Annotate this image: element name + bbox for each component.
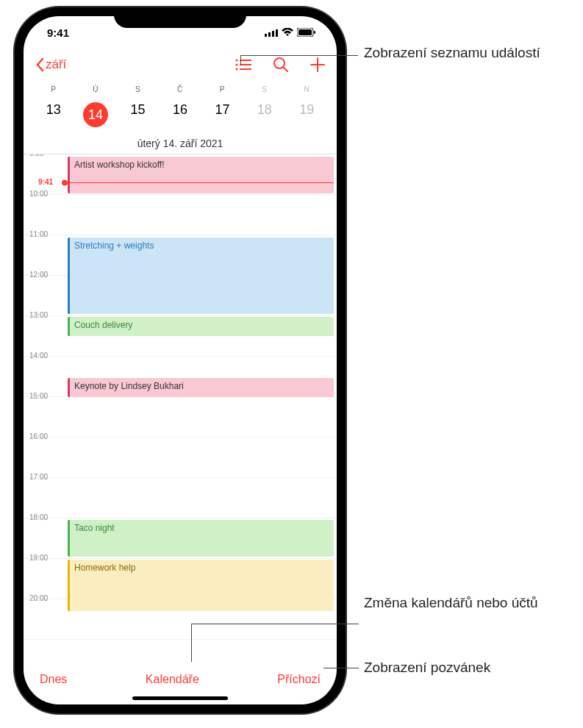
day-button[interactable]: 16 bbox=[159, 98, 201, 132]
calendar-event[interactable]: Keynote by Lindsey Bukhari bbox=[68, 378, 334, 397]
home-indicator[interactable] bbox=[132, 696, 228, 700]
weekday-header: P bbox=[32, 85, 74, 93]
hour-label: 15:00 bbox=[29, 392, 48, 400]
day-button[interactable]: 19 bbox=[286, 98, 328, 132]
battery-icon bbox=[297, 28, 316, 37]
nav-bar: září bbox=[24, 49, 337, 81]
now-time-label: 9:41 bbox=[38, 178, 53, 186]
calendar-event[interactable]: Couch delivery bbox=[68, 317, 334, 336]
hour-label: 14:00 bbox=[29, 351, 48, 360]
weekday-header: S bbox=[243, 85, 285, 93]
callout-line bbox=[191, 624, 359, 624]
hour-label: 12:00 bbox=[29, 271, 48, 279]
svg-rect-5 bbox=[298, 29, 312, 35]
date-header: úterý 14. září 2021 bbox=[24, 132, 337, 154]
svg-rect-1 bbox=[268, 32, 271, 37]
hour-label: 19:00 bbox=[29, 554, 48, 562]
svg-rect-6 bbox=[314, 31, 315, 34]
hour-row: 10:00 bbox=[24, 195, 337, 235]
calendars-button[interactable]: Kalendáře bbox=[146, 673, 199, 686]
phone-frame: 9:41 září bbox=[15, 7, 346, 713]
hour-row: 16:00 bbox=[24, 438, 337, 478]
weekday-header: Č bbox=[159, 85, 201, 93]
hour-label: 13:00 bbox=[29, 311, 48, 319]
bottom-toolbar: Dnes Kalendáře Příchozí bbox=[24, 663, 337, 696]
svg-point-11 bbox=[236, 68, 238, 71]
chevron-left-icon bbox=[35, 57, 44, 72]
timeline[interactable]: 9:0010:0011:0012:0013:0014:0015:0016:001… bbox=[24, 154, 337, 663]
calendar-event[interactable]: Homework help bbox=[68, 560, 334, 611]
add-button[interactable] bbox=[310, 57, 325, 72]
cellular-icon bbox=[265, 29, 278, 37]
hour-row: 15:00 bbox=[24, 397, 337, 438]
callout-list-view: Zobrazení seznamu událostí bbox=[364, 44, 540, 63]
day-button[interactable]: 15 bbox=[117, 98, 159, 132]
callout-line bbox=[191, 624, 192, 662]
svg-point-7 bbox=[236, 60, 238, 62]
screen: 9:41 září bbox=[24, 16, 337, 704]
list-icon bbox=[235, 58, 251, 71]
back-button[interactable]: září bbox=[35, 57, 66, 72]
hour-label: 17:00 bbox=[29, 473, 48, 481]
hour-row: 17:00 bbox=[24, 478, 337, 518]
status-icons bbox=[265, 28, 316, 37]
weekday-header: N bbox=[286, 85, 328, 93]
day-button[interactable]: 13 bbox=[32, 98, 74, 132]
callout-line bbox=[323, 668, 359, 668]
plus-icon bbox=[310, 57, 325, 72]
hour-label: 9:00 bbox=[29, 154, 43, 157]
calendar-event[interactable]: Artist workshop kickoff! bbox=[68, 157, 334, 193]
hour-label: 16:00 bbox=[29, 432, 48, 440]
weekday-header: Ú bbox=[74, 85, 116, 93]
hour-label: 20:00 bbox=[29, 594, 48, 602]
hour-label: 11:00 bbox=[29, 230, 48, 238]
svg-rect-2 bbox=[272, 31, 274, 37]
day-button[interactable]: 18 bbox=[243, 98, 285, 132]
hour-label: 18:00 bbox=[29, 513, 48, 521]
calendar-event[interactable]: Stretching + weights bbox=[68, 238, 334, 314]
now-indicator-line bbox=[65, 182, 334, 183]
daynum-row[interactable]: 13141516171819 bbox=[24, 98, 337, 132]
search-button[interactable] bbox=[273, 57, 288, 72]
weekday-row: PÚSČPSN bbox=[24, 85, 337, 93]
inbox-button[interactable]: Příchozí bbox=[277, 673, 321, 686]
search-icon bbox=[273, 57, 288, 72]
today-button[interactable]: Dnes bbox=[40, 673, 67, 686]
day-button[interactable]: 14 bbox=[74, 98, 116, 132]
weekday-header: P bbox=[201, 85, 243, 93]
svg-line-14 bbox=[283, 67, 287, 71]
svg-rect-0 bbox=[265, 34, 267, 37]
hour-label: 10:00 bbox=[29, 190, 48, 198]
callout-accounts: Změna kalendářů nebo účtů bbox=[364, 594, 538, 613]
list-view-button[interactable] bbox=[235, 58, 251, 71]
calendar-event[interactable]: Taco night bbox=[68, 520, 334, 557]
weekday-header: S bbox=[117, 85, 159, 93]
back-label: září bbox=[46, 57, 66, 72]
status-time: 9:41 bbox=[47, 26, 69, 39]
callout-line bbox=[240, 55, 358, 56]
callout-invites: Zobrazení pozvánek bbox=[364, 659, 490, 677]
notch bbox=[114, 7, 246, 28]
callout-line bbox=[240, 55, 241, 65]
wifi-icon bbox=[282, 28, 293, 37]
svg-point-9 bbox=[236, 64, 238, 66]
day-button[interactable]: 17 bbox=[201, 98, 243, 132]
svg-rect-3 bbox=[276, 29, 278, 37]
